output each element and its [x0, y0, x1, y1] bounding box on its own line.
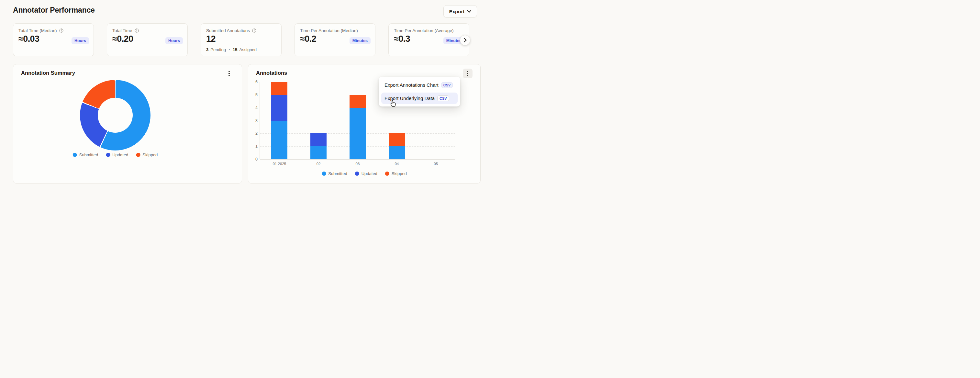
bar-segment-skipped [350, 95, 366, 108]
menu-item-label: Export Underlying Data [385, 95, 435, 101]
legend-label: Submitted [79, 152, 99, 157]
kebab-menu-icon[interactable] [224, 68, 234, 78]
y-axis-tick-label: 5 [250, 92, 258, 97]
legend-item[interactable]: Submitted [322, 171, 347, 176]
x-axis-line [260, 159, 455, 160]
info-icon[interactable] [252, 29, 256, 33]
donut-hole [98, 98, 133, 133]
legend-label: Updated [361, 171, 377, 176]
bar-segment-skipped [271, 82, 287, 95]
export-button[interactable]: Export [443, 5, 477, 17]
legend-dot [73, 153, 77, 157]
legend-label: Skipped [142, 152, 158, 157]
annotations-title: Annotations [256, 70, 287, 76]
unit-badge: Hours [165, 37, 183, 44]
pending-label: Pending [210, 47, 226, 52]
bar-segment-updated [310, 133, 326, 146]
bar-segment-submitted [350, 108, 366, 159]
x-axis-tick-label: 04 [377, 162, 416, 166]
assigned-label: Assigned [240, 47, 257, 52]
bar-chart-legend: SubmittedUpdatedSkipped [322, 171, 407, 176]
menu-item-label: Export Annotations Chart [385, 82, 439, 88]
stat-label: Time Per Annotation (Average) [394, 28, 454, 33]
chevron-right-icon [464, 38, 467, 42]
legend-label: Skipped [391, 171, 407, 176]
unit-badge: Minutes [350, 37, 371, 44]
y-axis-tick-label: 0 [250, 157, 258, 162]
pending-count: 3 [206, 47, 208, 52]
legend-dot [322, 172, 326, 176]
info-icon[interactable] [135, 29, 139, 33]
legend-item[interactable]: Skipped [385, 171, 407, 176]
stat-label: Total Time (Median) [18, 28, 57, 33]
menu-item-export-annotations-chart[interactable]: Export Annotations Chart CSV [381, 79, 458, 91]
export-button-label: Export [449, 9, 465, 14]
y-axis-tick-label: 3 [250, 118, 258, 123]
y-axis-tick-label: 2 [250, 131, 258, 136]
x-axis-tick-label: 03 [338, 162, 377, 166]
annotation-summary-card: Annotation Summary SubmittedUpdatedSkipp… [13, 64, 242, 184]
annotation-summary-title: Annotation Summary [21, 70, 75, 76]
assigned-count: 15 [233, 47, 237, 52]
page-title: Annotator Performance [13, 6, 95, 14]
stat-card-total-time-median: Total Time (Median) ≈0.03 Hours [13, 23, 94, 56]
menu-item-export-underlying-data[interactable]: Export Underlying Data CSV [381, 92, 458, 104]
csv-badge: CSV [437, 95, 449, 101]
bar-segment-submitted [310, 146, 326, 159]
legend-label: Submitted [328, 171, 347, 176]
legend-item[interactable]: Updated [106, 152, 128, 157]
bar-segment-updated [271, 95, 287, 121]
csv-badge: CSV [441, 82, 453, 88]
legend-dot [355, 172, 359, 176]
legend-item[interactable]: Submitted [73, 152, 99, 157]
x-axis-tick-label: 01 2025 [260, 162, 299, 166]
export-context-menu: Export Annotations Chart CSV Export Unde… [379, 77, 460, 106]
stat-footer: 3 Pending • 15 Assigned [206, 47, 257, 52]
legend-dot [106, 153, 110, 157]
legend-dot [136, 153, 140, 157]
info-icon[interactable] [59, 29, 64, 33]
stat-label: Submitted Annotations [206, 28, 250, 33]
x-axis-tick-label: 05 [416, 162, 455, 166]
bar-segment-submitted [389, 146, 405, 159]
chevron-down-icon [467, 10, 471, 13]
stat-label: Time Per Annotation (Median) [300, 28, 358, 33]
y-axis-tick-label: 1 [250, 144, 258, 149]
stat-card-time-per-annotation-median: Time Per Annotation (Median) ≈0.2 Minute… [294, 23, 375, 56]
legend-label: Updated [112, 152, 128, 157]
donut-legend: SubmittedUpdatedSkipped [73, 152, 158, 157]
bar-segment-skipped [389, 133, 405, 146]
bar-segment-submitted [271, 121, 287, 160]
carousel-next-button[interactable] [460, 35, 470, 45]
legend-dot [385, 172, 389, 176]
stat-value: 12 [206, 34, 277, 44]
legend-item[interactable]: Updated [355, 171, 377, 176]
kebab-menu-icon[interactable] [463, 68, 473, 78]
unit-badge: Hours [72, 37, 89, 44]
x-axis-tick-label: 02 [299, 162, 338, 166]
dot-separator: • [229, 48, 230, 51]
y-axis-tick-label: 4 [250, 105, 258, 110]
stat-card-total-time: Total Time ≈0.20 Hours [107, 23, 188, 56]
y-axis-tick-label: 6 [250, 79, 258, 84]
legend-item[interactable]: Skipped [136, 152, 158, 157]
stat-card-time-per-annotation-average: Time Per Annotation (Average) ≈0.3 Minut… [388, 23, 469, 56]
stat-label: Total Time [112, 28, 132, 33]
stat-card-submitted-annotations: Submitted Annotations 12 3 Pending • 15 … [200, 23, 282, 56]
